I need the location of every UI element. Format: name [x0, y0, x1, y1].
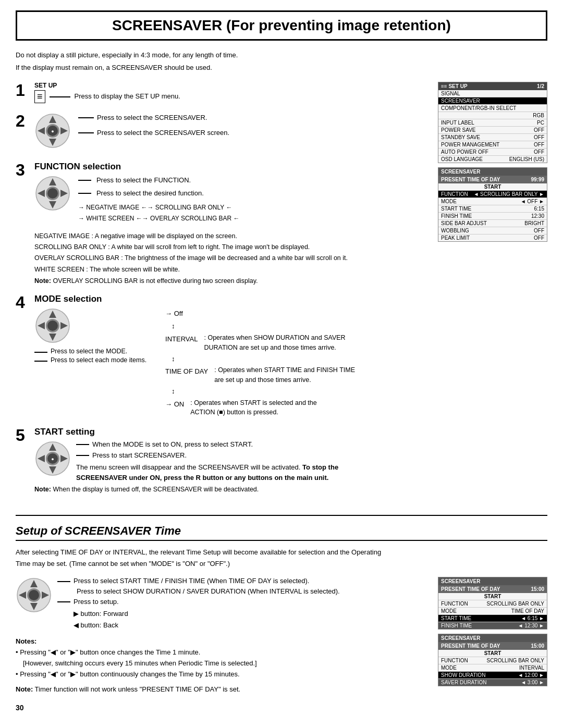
osd-screensaver1: SCREENSAVER PRESENT TIME OF DAY 99:99 ST…: [438, 167, 547, 242]
page-number: 30: [16, 704, 547, 712]
mode-on: → ON: [165, 398, 184, 411]
arrow-diag-1: → NEGATIVE IMAGE ←→ SCROLLING BAR ONLY ←: [78, 202, 240, 214]
s2-right-panel: SCREENSAVER PRESENT TIME OF DAY 15:00 ST…: [438, 577, 547, 693]
mode-interval-desc: : Operates when SHOW DURATION and SAVER …: [204, 333, 350, 353]
mode-on-desc: : Operates when START is selected and th…: [190, 398, 336, 418]
desc-scroll: SCROLLING BAR ONLY : A white bar will sc…: [34, 242, 427, 253]
s2-bullet2: ◀ button: Back: [74, 620, 340, 631]
step5-header: START setting: [34, 427, 427, 437]
mode-timeofday: TIME OF DAY: [165, 365, 208, 378]
notes-section: Notes: • Pressing "◀" or "▶" button once…: [16, 637, 427, 680]
step5-bold4: SCREENSAVER under ON, press the R button…: [76, 473, 338, 483]
step-number-4: 4: [16, 294, 28, 311]
osd-setup-title: ≡≡ SET UP: [441, 83, 468, 89]
right-panel: ≡≡ SET UP 1/2 SIGNAL SCREENSAVER COMPONE…: [438, 82, 547, 502]
final-note: Note: Timer function will not work unles…: [16, 685, 427, 693]
mode-off: → Off: [165, 307, 360, 320]
desc-neg: NEGATIVE IMAGE : A negative image will b…: [34, 231, 427, 242]
step3-line1: Press to select the FUNCTION.: [96, 176, 191, 184]
dpad-step3: [34, 175, 71, 212]
desc-overlay: OVERLAY SCROLLING BAR : The brightness o…: [34, 253, 427, 264]
section-divider: [16, 515, 547, 516]
s2-line1: Press to select START TIME / FINISH TIME…: [74, 577, 309, 585]
note-1b: [However, switching occurs every 15 minu…: [23, 658, 427, 669]
osd-setup: ≡≡ SET UP 1/2 SIGNAL SCREENSAVER COMPONE…: [438, 82, 547, 163]
mode-arrow1: ↕: [165, 320, 360, 333]
step4-header: MODE selection: [34, 294, 427, 304]
intro-line2: If the display must remain on, a SCREENS…: [16, 63, 547, 73]
s2-line3: Press to setup.: [74, 598, 119, 606]
svg-text:●: ●: [51, 129, 54, 134]
note-2: • Pressing "◀" or "▶" button continuousl…: [16, 669, 427, 680]
dpad-s2: [16, 577, 52, 613]
step-3: 3 FUNCTION selection: [16, 162, 427, 285]
step-number-5: 5: [16, 427, 28, 443]
osd-interval: SCREENSAVER PRESENT TIME OF DAY 15:00 ST…: [438, 634, 547, 686]
dpad-step2: ●: [34, 113, 71, 149]
step3-header: FUNCTION selection: [34, 162, 427, 172]
section2-title: Setup of SCREENSAVER Time: [16, 524, 547, 541]
step1-text: Press to display the SET UP menu.: [75, 91, 180, 102]
step-number-2: 2: [16, 113, 28, 129]
step5-note: Note: When the display is turned off, th…: [34, 486, 427, 493]
step4-line1: Press to select the MODE.: [51, 348, 127, 355]
step-number-3: 3: [16, 162, 28, 178]
arrow-diag-2: → WHITE SCREEN ←→ OVERLAY SCROLLING BAR …: [78, 213, 240, 225]
note-1: • Pressing "◀" or "▶" button once change…: [16, 647, 427, 658]
step-4: 4 MODE selection: [16, 294, 427, 417]
mode-interval: INTERVAL: [165, 333, 198, 346]
step5-line3: The menu screen will disappear and the S…: [76, 462, 338, 473]
step2-line2: Press to select the SCREENSAVER screen.: [97, 128, 229, 139]
step1-label: SET UP: [34, 82, 427, 89]
osd-tod: SCREENSAVER PRESENT TIME OF DAY 15:00 ST…: [438, 577, 547, 630]
s2-line2: Press to select SHOW DURATION / SAVER DU…: [77, 587, 340, 595]
menu-icon: ≡: [34, 90, 45, 103]
step3-note: Note: OVERLAY SCROLLING BAR is not effec…: [34, 277, 427, 285]
step5-line1: When the MODE is set to ON, press to sel…: [92, 440, 253, 448]
s2-intro1: After selecting TIME OF DAY or INTERVAL,…: [16, 547, 547, 558]
osd-setup-page: 1/2: [537, 83, 544, 89]
svg-text:●: ●: [51, 456, 54, 462]
svg-point-36: [29, 590, 39, 600]
s2-step: Press to select START TIME / FINISH TIME…: [16, 577, 427, 631]
mode-tod-desc: : Operates when START TIME and FINISH TI…: [214, 365, 360, 385]
svg-point-21: [47, 320, 58, 331]
mode-arrow3: ↕: [165, 385, 360, 398]
svg-point-14: [47, 188, 58, 199]
step3-line2: Press to select the desired function.: [96, 189, 204, 197]
mode-arrow2: ↕: [165, 353, 360, 366]
main-title: SCREENSAVER (For preventing image retent…: [16, 10, 547, 41]
s2-bullet1: ▶ button: Forward: [74, 608, 340, 620]
dpad-step5: ●: [34, 440, 71, 477]
step-number-1: 1: [16, 82, 28, 98]
dpad-step4: [34, 307, 71, 344]
step-1: 1 SET UP ≡ Press to display the SET UP m…: [16, 82, 427, 103]
step4-line23: Press to select each mode items.: [51, 356, 146, 364]
step-5: 5 START setting ●: [16, 427, 427, 493]
step2-line1: Press to select the SCREENSAVER.: [97, 113, 207, 124]
step-2: 2 ●: [16, 113, 427, 152]
desc-white: WHITE SCREEN : The whole screen will be …: [34, 264, 427, 275]
notes-label: Notes:: [16, 637, 427, 645]
step5-line2: Press to start SCREENSAVER.: [92, 451, 187, 459]
osd-ss1-title: SCREENSAVER: [438, 168, 547, 176]
s2-intro2: Time may be set. (Time cannot be set whe…: [16, 559, 547, 569]
intro-line1: Do not display a still picture, especial…: [16, 50, 547, 60]
